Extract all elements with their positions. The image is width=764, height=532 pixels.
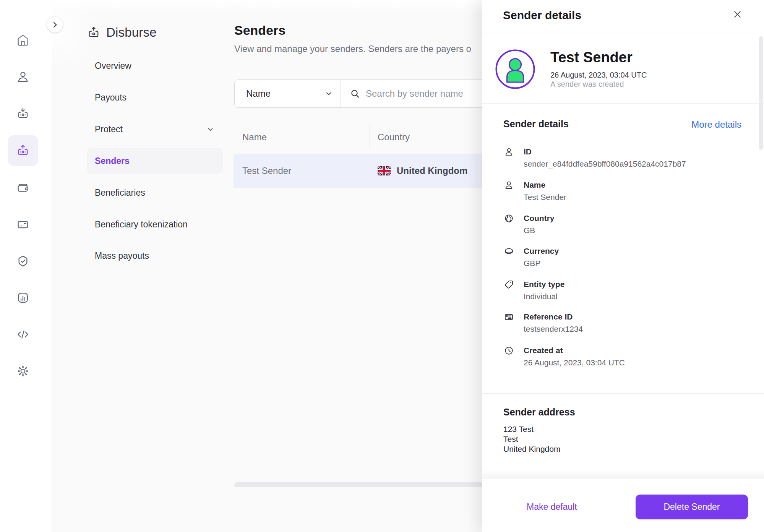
sidebar-item-protect[interactable]: Protect <box>87 116 223 142</box>
drawer-title: Sender details <box>503 9 581 22</box>
column-header-country[interactable]: Country <box>378 132 410 143</box>
nav-item-label: Senders <box>95 156 130 166</box>
details-section-heading: Sender details <box>503 118 569 130</box>
id-card-icon <box>504 312 514 322</box>
rail-shield-button[interactable] <box>8 246 38 276</box>
field-label: Name <box>524 179 545 191</box>
clock-icon <box>504 345 514 356</box>
sidebar-item-senders[interactable]: Senders <box>87 148 223 174</box>
search-input[interactable]: Search by sender name <box>341 80 494 107</box>
collect-tray-icon <box>16 107 30 120</box>
rail-user-button[interactable] <box>8 62 38 92</box>
rail-card-button[interactable] <box>8 209 38 240</box>
search-placeholder: Search by sender name <box>366 88 463 99</box>
address-line: Test <box>503 434 560 444</box>
column-header-name[interactable]: Name <box>242 132 267 143</box>
rail-analytics-button[interactable] <box>8 282 38 313</box>
user-icon <box>16 70 30 84</box>
field-label: ID <box>524 146 532 157</box>
chevron-right-icon <box>52 21 58 28</box>
filter-bar: Name Search by sender name <box>234 79 494 108</box>
globe-icon <box>504 213 514 224</box>
sender-details-drawer: Sender details Test Sender 26 August, 20… <box>482 0 764 532</box>
user-icon <box>504 180 514 190</box>
disburse-tray-icon <box>87 26 101 39</box>
drawer-header: Sender details <box>482 0 764 34</box>
page-title: Senders <box>234 23 285 38</box>
field-label: Currency <box>524 245 559 257</box>
horizontal-scrollbar[interactable] <box>234 482 483 487</box>
rail-collect-button[interactable] <box>8 98 38 129</box>
avatar <box>495 49 535 89</box>
sidebar-item-payouts[interactable]: Payouts <box>87 84 223 110</box>
sidebar-item-mass-payouts[interactable]: Mass payouts <box>87 243 223 269</box>
rail-wallet-button[interactable] <box>8 172 38 203</box>
make-default-button[interactable]: Make default <box>527 502 577 512</box>
disburse-sidebar: Disburse Overview Payouts Protect Sender… <box>52 0 234 532</box>
profile-event: A sender was created <box>550 80 624 89</box>
disburse-tray-icon <box>16 144 30 157</box>
rail-home-button[interactable] <box>8 25 38 55</box>
address-line: 123 Test <box>503 424 560 434</box>
address-line: United Kingdom <box>503 444 560 454</box>
close-icon <box>733 10 742 19</box>
address-section-heading: Sender address <box>503 407 575 418</box>
field-value: GBP <box>524 258 540 269</box>
drawer-footer: Make default Delete Sender <box>482 479 764 532</box>
sidebar-title: Disburse <box>106 25 157 40</box>
home-icon <box>16 33 30 47</box>
icon-rail <box>0 0 52 532</box>
field-label: Country <box>524 212 555 224</box>
disburse-sidebar-header: Disburse <box>87 25 157 40</box>
nav-item-label: Beneficiary tokenization <box>95 219 188 230</box>
profile-timestamp: 26 August, 2023, 03:04 UTC <box>550 71 647 79</box>
user-icon <box>504 147 514 157</box>
rail-developer-button[interactable] <box>8 319 38 350</box>
filter-field-value: Name <box>246 88 271 99</box>
gear-icon <box>16 364 30 378</box>
more-details-link[interactable]: More details <box>691 119 741 130</box>
close-button[interactable] <box>729 6 745 22</box>
sender-address: 123 Test Test United Kingdom <box>503 424 560 454</box>
sidebar-item-beneficiary-tokenization[interactable]: Beneficiary tokenization <box>87 211 223 237</box>
field-value: 26 August, 2023, 03:04 UTC <box>524 357 625 368</box>
uk-flag-icon <box>378 166 391 175</box>
nav-item-label: Overview <box>95 61 131 71</box>
field-value: GB <box>524 225 535 236</box>
chevron-down-icon <box>325 90 332 97</box>
field-value: Individual <box>524 291 558 302</box>
field-label: Reference ID <box>524 311 573 323</box>
sidebar-item-beneficiaries[interactable]: Beneficiaries <box>87 180 223 206</box>
shield-check-icon <box>16 254 30 268</box>
divider <box>482 393 764 394</box>
page-description: View and manage your senders. Senders ar… <box>234 44 471 54</box>
field-value: Test Sender <box>524 192 566 203</box>
row-country: United Kingdom <box>397 165 467 176</box>
code-icon <box>16 328 30 341</box>
coin-icon <box>504 246 514 256</box>
divider <box>482 103 764 104</box>
field-value: testsenderx1234 <box>524 324 583 334</box>
filter-field-select[interactable]: Name <box>235 80 341 107</box>
delete-sender-button[interactable]: Delete Sender <box>636 495 748 519</box>
search-icon <box>350 89 360 99</box>
table-row[interactable]: Test Sender United Kingdom <box>234 154 495 188</box>
card-icon <box>16 217 30 231</box>
field-label: Entity type <box>524 279 564 290</box>
sidebar-item-overview[interactable]: Overview <box>87 53 223 79</box>
column-divider <box>370 124 370 149</box>
drawer-scrollbar[interactable] <box>759 36 763 150</box>
nav-item-label: Payouts <box>95 92 127 103</box>
wallet-icon <box>16 181 30 195</box>
nav-item-label: Protect <box>95 124 123 135</box>
row-sender-name: Test Sender <box>242 165 291 176</box>
rail-settings-button[interactable] <box>8 356 38 386</box>
tag-icon <box>504 279 514 290</box>
field-value: sender_e84fddfea59bff080a91562a4c017b87 <box>524 159 686 169</box>
bar-chart-icon <box>16 291 30 305</box>
rail-disburse-button[interactable] <box>8 135 38 166</box>
field-label: Created at <box>524 345 563 356</box>
nav-item-label: Mass payouts <box>95 251 149 261</box>
expand-sidebar-button[interactable] <box>47 17 63 32</box>
profile-name: Test Sender <box>550 49 633 66</box>
